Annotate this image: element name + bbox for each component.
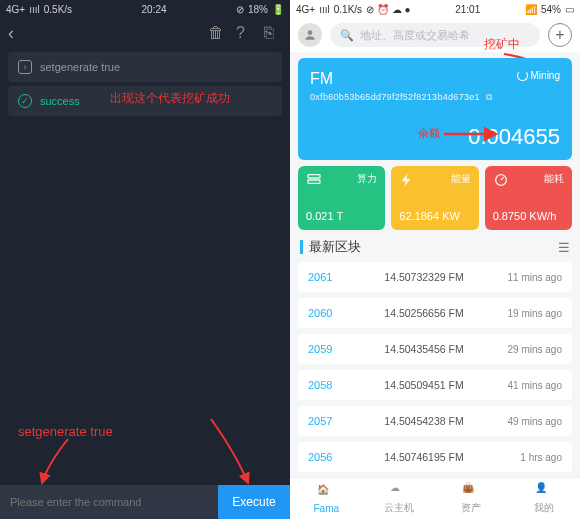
home-icon: 🏠: [317, 484, 335, 502]
accent-bar: [300, 240, 303, 254]
block-amount: 14.50435456 FM: [358, 343, 490, 355]
block-time: 11 mins ago: [490, 272, 562, 283]
person-icon: 👤: [535, 482, 553, 500]
tab-assets[interactable]: 👜资产: [435, 478, 508, 519]
stat-label: 算力: [357, 172, 377, 186]
signal-icon: ıııl: [29, 4, 40, 15]
cloud-icon: ☁: [390, 482, 408, 500]
status-icons: ⊘ ⏰ ☁ ●: [366, 4, 410, 15]
battery-icon: 🔋: [272, 4, 284, 15]
wallet-address: 0xfb60b53b65dd79f2f52f8213b4d673e1⧉: [310, 92, 560, 103]
output-icon[interactable]: ⎘: [264, 24, 282, 42]
block-time: 1 hrs ago: [490, 452, 562, 463]
bolt-icon: [399, 172, 415, 192]
search-icon: 🔍: [340, 29, 354, 42]
block-row[interactable]: 205714.50454238 FM49 mins ago: [298, 406, 572, 436]
terminal-toolbar: ‹ 🗑 ? ⎘: [0, 18, 290, 48]
execute-button[interactable]: Execute: [218, 485, 290, 519]
annotation-balance: 余额: [418, 126, 440, 141]
block-amount: 14.50454238 FM: [358, 415, 490, 427]
block-number: 2061: [308, 271, 358, 283]
clock: 21:01: [455, 4, 480, 15]
terminal-pane: 4G+ ıııl 0.5K/s 20:24 ⊘ 18% 🔋 ‹ 🗑 ? ⎘ › …: [0, 0, 290, 519]
wifi-icon: 📶: [525, 4, 537, 15]
block-row[interactable]: 205614.50746195 FM1 hrs ago: [298, 442, 572, 472]
battery-pct: 54%: [541, 4, 561, 15]
stat-value: 0.021 T: [306, 210, 343, 222]
block-row[interactable]: 205914.50435456 FM29 mins ago: [298, 334, 572, 364]
trash-icon[interactable]: 🗑: [208, 24, 226, 42]
clock: 20:24: [142, 4, 167, 15]
search-placeholder: 地址、高度或交易哈希: [360, 28, 470, 43]
balance-value: 0.004655: [468, 124, 560, 150]
battery-icon: ▭: [565, 4, 574, 15]
copy-icon[interactable]: ⧉: [486, 92, 492, 103]
stat-label: 能耗: [544, 172, 564, 186]
block-amount: 14.50509451 FM: [358, 379, 490, 391]
stat-label: 能量: [451, 172, 471, 186]
block-number: 2057: [308, 415, 358, 427]
mining-status: Mining: [517, 70, 560, 81]
block-time: 29 mins ago: [490, 344, 562, 355]
net-speed: 0.5K/s: [44, 4, 72, 15]
block-amount: 14.50746195 FM: [358, 451, 490, 463]
block-time: 19 mins ago: [490, 308, 562, 319]
list-menu-icon[interactable]: ☰: [558, 240, 570, 255]
svg-rect-2: [308, 180, 320, 183]
check-icon: ✓: [18, 94, 32, 108]
stat-consumption[interactable]: 能耗 0.8750 KW/h: [485, 166, 572, 230]
annotation-command: setgenerate true: [18, 424, 113, 439]
block-number: 2056: [308, 451, 358, 463]
network-type: 4G+: [296, 4, 315, 15]
tab-profile[interactable]: 👤我的: [508, 478, 581, 519]
stat-hashrate[interactable]: 算力 0.021 T: [298, 166, 385, 230]
prompt-icon: ›: [18, 60, 32, 74]
spinner-icon: [517, 70, 528, 81]
stat-value: 62.1864 KW: [399, 210, 460, 222]
block-row[interactable]: 205814.50509451 FM41 mins ago: [298, 370, 572, 400]
command-input[interactable]: [0, 485, 218, 519]
status-bar-right: 4G+ ıııl 0.1K/s ⊘ ⏰ ☁ ● 21:01 📶 54% ▭: [290, 0, 580, 18]
stat-energy[interactable]: 能量 62.1864 KW: [391, 166, 478, 230]
svg-point-0: [308, 30, 313, 35]
svg-rect-1: [308, 175, 320, 178]
blocks-list: 206114.50732329 FM11 mins ago206014.5025…: [298, 262, 572, 472]
bottom-tabs: 🏠Fama ☁云主机 👜资产 👤我的: [290, 477, 580, 519]
block-row[interactable]: 206014.50256656 FM19 mins ago: [298, 298, 572, 328]
server-icon: [306, 172, 322, 192]
avatar-icon[interactable]: [298, 23, 322, 47]
help-icon[interactable]: ?: [236, 24, 254, 42]
command-text: setgenerate true: [40, 61, 120, 73]
blocks-title: 最新区块: [309, 238, 361, 256]
block-time: 41 mins ago: [490, 380, 562, 391]
block-amount: 14.50732329 FM: [358, 271, 490, 283]
command-input-bar: Execute: [0, 485, 290, 519]
tab-fama[interactable]: 🏠Fama: [290, 478, 363, 519]
annotation-mining: 挖矿中: [484, 36, 520, 53]
battery-pct: 18%: [248, 4, 268, 15]
stats-row: 算力 0.021 T 能量 62.1864 KW 能耗 0.8750 KW/h: [298, 166, 572, 230]
wallet-pane: 4G+ ıııl 0.1K/s ⊘ ⏰ ☁ ● 21:01 📶 54% ▭ 🔍 …: [290, 0, 580, 519]
wallet-icon: 👜: [462, 482, 480, 500]
network-type: 4G+: [6, 4, 25, 15]
blocks-header: 最新区块 ☰: [300, 238, 570, 256]
annotation-success: 出现这个代表挖矿成功: [110, 90, 230, 107]
net-speed: 0.1K/s: [334, 4, 362, 15]
block-number: 2060: [308, 307, 358, 319]
tab-cloud[interactable]: ☁云主机: [363, 478, 436, 519]
block-number: 2058: [308, 379, 358, 391]
arrow-to-execute: [206, 419, 256, 493]
signal-icon: ıııl: [319, 4, 330, 15]
gauge-icon: [493, 172, 509, 192]
wallet-card[interactable]: FM 0xfb60b53b65dd79f2f52f8213b4d673e1⧉ M…: [298, 58, 572, 160]
back-icon[interactable]: ‹: [8, 23, 14, 44]
status-bar-left: 4G+ ıııl 0.5K/s 20:24 ⊘ 18% 🔋: [0, 0, 290, 18]
block-amount: 14.50256656 FM: [358, 307, 490, 319]
block-time: 49 mins ago: [490, 416, 562, 427]
stat-value: 0.8750 KW/h: [493, 210, 557, 222]
block-number: 2059: [308, 343, 358, 355]
top-bar: 🔍 地址、高度或交易哈希 +: [290, 18, 580, 52]
block-row[interactable]: 206114.50732329 FM11 mins ago: [298, 262, 572, 292]
add-button[interactable]: +: [548, 23, 572, 47]
data-off-icon: ⊘: [236, 4, 244, 15]
